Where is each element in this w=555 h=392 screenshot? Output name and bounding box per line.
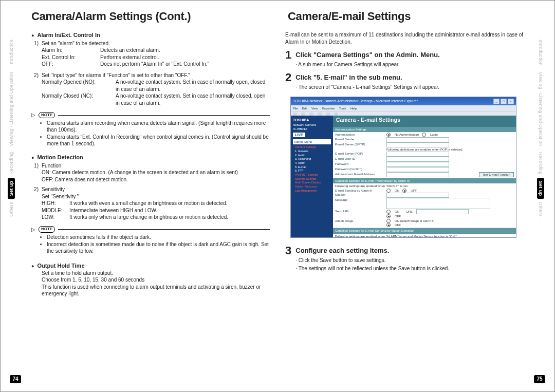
step1-title: Click "Camera Settings" on the Admin. Me… bbox=[295, 50, 524, 60]
ie-menu-help[interactable]: Help bbox=[350, 106, 357, 110]
url-off: OFF bbox=[395, 214, 401, 218]
close-icon[interactable]: × bbox=[508, 99, 514, 104]
nav-camera-settings[interactable]: Camera Settings bbox=[295, 145, 331, 150]
tab-viewing[interactable]: Viewing · Listening and Operation bbox=[8, 69, 15, 149]
radio-icon[interactable] bbox=[402, 189, 406, 193]
user-input[interactable] bbox=[386, 157, 449, 162]
pwd-input[interactable] bbox=[386, 162, 449, 167]
output-heading: Output Hold Time bbox=[31, 262, 270, 270]
right-nav-tabs: Introduction Viewing · Listening and Ope… bbox=[537, 36, 547, 361]
pwd2-label: Password (Confirm) bbox=[335, 167, 386, 172]
nav-admin-fn[interactable]: Admin. Functions bbox=[295, 185, 331, 189]
minimize-icon[interactable]: _ bbox=[493, 99, 499, 104]
note-label-2: NOTE bbox=[39, 226, 55, 233]
alarm-message-input[interactable] bbox=[386, 198, 490, 209]
nav-audio[interactable]: 2. Audio bbox=[295, 154, 331, 158]
radio-icon[interactable] bbox=[386, 214, 391, 218]
output-line-0: Set a time to hold alarm output. bbox=[42, 270, 270, 277]
ie-menu-favorites[interactable]: Favorites bbox=[322, 106, 335, 110]
ie-menu-file[interactable]: File bbox=[293, 106, 298, 110]
tab-others-r[interactable]: Others bbox=[537, 199, 544, 220]
ie-sec-motion: Condition Settings for E-mail Sending by… bbox=[333, 228, 516, 233]
nav-ftp[interactable]: 6. FTP bbox=[295, 169, 331, 173]
step3-num: 3 bbox=[285, 245, 291, 272]
page-num-right: 75 bbox=[534, 375, 545, 383]
nav-pantilt[interactable]: PAN/TILT Settings bbox=[295, 173, 331, 177]
live-badge[interactable]: LIVE bbox=[293, 133, 305, 137]
tab-introduction[interactable]: Introduction bbox=[8, 36, 15, 69]
test-email-button[interactable]: Test E-mail Function bbox=[479, 172, 514, 177]
motion-i1-num: 1) bbox=[31, 162, 39, 170]
nav-network[interactable]: Network Settings bbox=[295, 177, 331, 181]
tab-viewing-r[interactable]: Viewing · Listening and Operation bbox=[537, 69, 544, 149]
maximize-icon[interactable]: □ bbox=[501, 99, 507, 104]
tab-setup-r[interactable]: Set up bbox=[537, 178, 544, 199]
nav-general[interactable]: 1. General bbox=[295, 150, 331, 154]
page-num-left: 74 bbox=[10, 375, 21, 383]
alarm-row-k2: OFF: bbox=[42, 61, 98, 68]
pop-input[interactable] bbox=[386, 152, 449, 157]
step2-title: Click "5. E-mail" in the sub menu. bbox=[295, 73, 524, 82]
right-column: E-mail can be sent to a maximum of 11 de… bbox=[285, 31, 524, 366]
motion-row-v2: It works only when a large change in bri… bbox=[69, 214, 270, 221]
sender-label: E-mail Sender bbox=[335, 137, 386, 142]
left-nav-tabs: Introduction Viewing · Listening and Ope… bbox=[8, 36, 18, 361]
radio-icon[interactable] bbox=[386, 223, 391, 227]
admin-input[interactable] bbox=[386, 172, 449, 177]
ie-brand: TOSHIBA bbox=[293, 118, 331, 122]
alarm-heading: Alarm In/Ext. Control In bbox=[31, 31, 270, 39]
alarm-item1-text: Set an "alarm" to be detected. bbox=[42, 40, 270, 47]
ie-menu-view[interactable]: View bbox=[311, 106, 318, 110]
ie-sec-alarm: Condition Settings for E-mail Transmissi… bbox=[333, 178, 516, 183]
ie-menu-edit[interactable]: Edit bbox=[302, 106, 307, 110]
motion-i1-text: Function bbox=[42, 162, 270, 170]
alarm-message-label: Message bbox=[335, 198, 386, 209]
sender-input[interactable] bbox=[386, 137, 449, 142]
alarm-row2-k0: Normally Opened (NO): bbox=[42, 79, 114, 92]
motion-note-1: Incorrect detection is sometimes made du… bbox=[47, 241, 270, 255]
radio-icon[interactable] bbox=[386, 189, 391, 193]
left-column: Alarm In/Ext. Control In 1) Set an "alar… bbox=[31, 31, 270, 366]
alarm-attach-label: Attach Image bbox=[335, 219, 386, 223]
motion-row-v0: It works with even a small change in bri… bbox=[69, 200, 270, 207]
alarm-row2-k1: Normally Closed (NC): bbox=[42, 92, 114, 106]
alarm-row-v1: Performs external control. bbox=[100, 54, 159, 61]
nav-log[interactable]: Log Management bbox=[295, 189, 331, 193]
smtp-label: E-mail Server (SMTP) bbox=[335, 142, 386, 147]
nav-alarm[interactable]: 4. Alarm bbox=[295, 161, 331, 165]
alarm-item2-text: Set "Input type" for alarms if "Function… bbox=[42, 72, 270, 79]
smtp-input[interactable] bbox=[386, 142, 449, 147]
auth-opt1: Login bbox=[430, 133, 438, 137]
tab-recording-r[interactable]: Recording bbox=[537, 149, 544, 178]
radio-icon[interactable] bbox=[386, 219, 391, 223]
tab-introduction-r[interactable]: Introduction bbox=[537, 36, 544, 69]
ie-nav-header: Admin. Menu bbox=[293, 139, 331, 144]
alarm-item1-num: 1) bbox=[31, 40, 39, 47]
pop-label: E-mail Server (POP) bbox=[335, 152, 386, 157]
auth-label: Authentication bbox=[335, 133, 386, 137]
nav-recording[interactable]: 3. Recording bbox=[295, 157, 331, 161]
tab-recording[interactable]: Recording bbox=[8, 149, 15, 178]
alarm-note-0: Camera starts alarm recording when camer… bbox=[47, 120, 270, 134]
ie-brand-sub: Network Camera bbox=[293, 123, 331, 127]
alarm-subject-input[interactable] bbox=[386, 193, 449, 198]
radio-icon[interactable] bbox=[422, 133, 426, 137]
note-icon: ▷ bbox=[31, 111, 35, 119]
motion-row-k2: LOW: bbox=[42, 214, 67, 221]
pwd2-input[interactable] bbox=[386, 167, 449, 172]
tab-setup[interactable]: Set up bbox=[8, 178, 15, 199]
nav-multiscreen[interactable]: Multi Screen Display bbox=[295, 181, 331, 185]
ie-window-controls: _ □ × bbox=[493, 99, 514, 104]
alarm-row-k1: Ext. Control In: bbox=[42, 54, 98, 61]
attach-on: ON (attach image at Alarm In) bbox=[395, 219, 435, 223]
motion-heading: Motion Detection bbox=[31, 154, 270, 161]
motion-row-k0: HIGH: bbox=[42, 200, 67, 207]
url-input[interactable] bbox=[416, 209, 469, 214]
radio-icon[interactable] bbox=[386, 133, 391, 137]
output-line-1: Choose from 1, 5, 10, 15, 30 and 60 seco… bbox=[42, 276, 270, 284]
tab-others[interactable]: Others bbox=[8, 199, 15, 220]
ie-menu-tools[interactable]: Tools bbox=[339, 106, 346, 110]
radio-icon[interactable] bbox=[386, 210, 391, 214]
alarm-on: ON bbox=[395, 189, 399, 193]
nav-email[interactable]: 5. E-mail bbox=[295, 165, 331, 170]
